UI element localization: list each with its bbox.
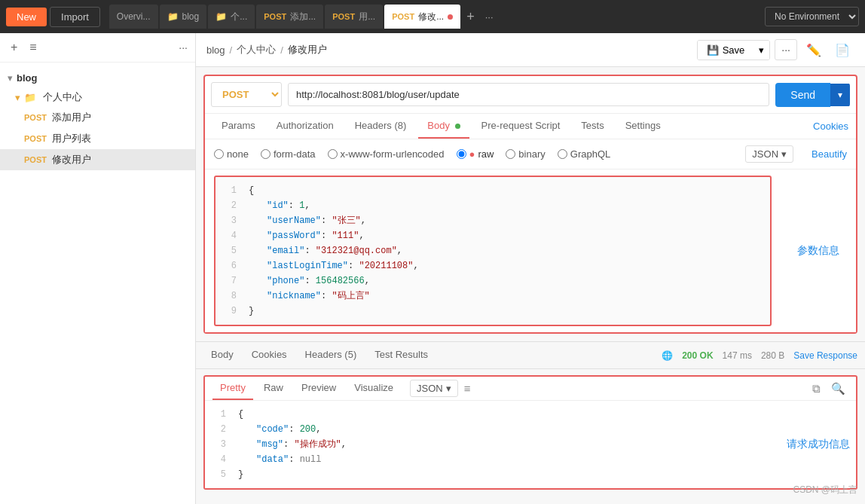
option-none[interactable]: none [214,148,249,160]
method-label: POST [392,12,414,21]
unsaved-dot [448,14,453,20]
status-ok-label: 200 OK [682,350,713,361]
method-label: POST [332,12,355,21]
format-select[interactable]: JSON ▾ [745,145,793,163]
more-tabs-button[interactable]: ··· [481,11,498,23]
tab-authorization[interactable]: Authorization [267,114,343,139]
option-raw[interactable]: ● raw [457,148,494,160]
tab-blog[interactable]: 📁 blog [160,5,207,29]
option-graphql[interactable]: GraphQL [558,148,610,160]
watermark: CSDN @码上言 [793,484,857,496]
docs-icon-button[interactable]: 📄 [830,40,854,60]
chevron-down-icon: ▾ [446,383,451,394]
resp-tab-cookies[interactable]: Cookies [244,345,295,365]
request-name: 添加用户 [52,111,91,124]
add-tab-button[interactable]: + [462,9,479,25]
request-tabs-row: Params Authorization Headers (8) Body Pr… [205,114,856,139]
chevron-down-icon: ▾ [781,148,787,160]
tab-body[interactable]: Body [418,114,469,139]
resp-line-4: 4 "data": null [205,452,781,467]
code-line-2: 2 "id": 1, [215,198,770,213]
code-editor[interactable]: 1 { 2 "id": 1, 3 "userName": "张三", 4 [214,176,772,326]
tab-label: 修改... [418,11,444,23]
new-button[interactable]: New [6,8,47,26]
resp-body-tab-pretty[interactable]: Pretty [212,377,253,400]
cookies-link[interactable]: Cookies [813,121,848,132]
code-editor-wrapper: 1 { 2 "id": 1, 3 "userName": "张三", 4 [205,170,781,332]
save-dropdown-button[interactable]: ▾ [753,41,769,60]
format-label: JSON [752,148,778,160]
tab-add-user[interactable]: POST 添加... [256,5,323,29]
response-body-wrapper: 1 { 2 "code": 200, 3 "msg": "操作成功", 4 [205,401,856,488]
copy-response-button[interactable]: ⧉ [809,379,824,399]
more-options-button[interactable]: ··· [775,39,797,60]
sidebar-more-button[interactable]: ··· [179,41,188,53]
resp-body-tab-raw[interactable]: Raw [256,377,291,400]
request-url-row: POST GET PUT DELETE Send ▾ [205,76,856,114]
send-dropdown-button[interactable]: ▾ [830,84,850,106]
resp-line-5: 5 } [205,467,781,482]
search-response-button[interactable]: 🔍 [828,379,848,399]
tab-user-list[interactable]: POST 用... [325,5,383,29]
save-main-button[interactable]: 💾 Save [698,41,754,60]
tab-label: 用... [359,11,375,23]
environment-select[interactable]: No Environment [765,7,859,26]
tab-personal[interactable]: 📁 个... [208,5,255,29]
folder-icon-symbol: 📁 [24,92,36,103]
tab-params[interactable]: Params [212,114,264,139]
breadcrumb-blog: blog [206,44,225,56]
method-label: POST [264,12,286,21]
resp-tab-test-results[interactable]: Test Results [367,345,436,365]
tab-update-user[interactable]: POST 修改... [384,5,460,29]
sidebar-filter-button[interactable]: ≡ [26,39,39,56]
save-response-button[interactable]: Save Response [793,350,857,361]
option-binary[interactable]: binary [506,148,545,160]
params-info-label: 参数信息 [797,244,839,258]
tab-prerequest[interactable]: Pre-request Script [472,114,570,139]
content-area: blog / 个人中心 / 修改用户 💾 Save ▾ ··· ✏️ 📄 [196,33,865,504]
top-bar: New Import Overvi... 📁 blog 📁 个... POST … [0,0,865,33]
method-label: POST [24,155,48,164]
request-update-user[interactable]: POST 修改用户 ··· [0,149,195,170]
chevron-down-icon: ▾ [15,92,20,103]
code-line-5: 5 "email": "312321@qq.com", [215,243,770,258]
resp-body-tab-visualize[interactable]: Visualize [347,377,401,400]
response-success-label-section: 请求成功信息 [781,401,856,488]
request-body-wrapper: 1 { 2 "id": 1, 3 "userName": "张三", 4 [205,170,856,332]
response-action-buttons: ⧉ 🔍 [809,379,848,399]
request-user-list[interactable]: POST 用户列表 ··· [0,128,195,149]
save-button-group: 💾 Save ▾ [697,40,771,60]
tab-tests[interactable]: Tests [572,114,613,139]
url-input[interactable] [288,83,769,106]
main-layout: + ≡ ··· ▾ blog ··· ▾ 📁 个人中心 ··· POST 添加用… [0,33,865,504]
edit-icon-button[interactable]: ✏️ [802,40,826,60]
request-section: POST GET PUT DELETE Send ▾ Params Author… [203,75,857,334]
request-add-user[interactable]: POST 添加用户 ··· [0,107,195,128]
save-icon: 💾 [707,44,719,56]
tab-overview[interactable]: Overvi... [109,5,158,29]
collection-blog[interactable]: ▾ blog ··· [0,69,195,87]
response-filter-button[interactable]: ≡ [461,379,474,398]
tab-settings[interactable]: Settings [616,114,670,139]
send-main-button[interactable]: Send [775,83,830,107]
response-format-select[interactable]: JSON ▾ [410,380,458,397]
method-select[interactable]: POST GET PUT DELETE [211,82,282,107]
breadcrumb-personal: 个人中心 [237,43,276,57]
collection-name: blog [17,72,37,84]
tabs-bar: Overvi... 📁 blog 📁 个... POST 添加... POST … [109,5,762,29]
resp-line-2: 2 "code": 200, [205,422,781,437]
add-collection-button[interactable]: + [8,39,20,56]
option-urlencoded[interactable]: x-www-form-urlencoded [328,148,445,160]
resp-body-tab-preview[interactable]: Preview [294,377,344,400]
tab-label: blog [182,11,200,22]
chevron-down-icon: ▾ [8,72,13,84]
option-form-data[interactable]: form-data [261,148,316,160]
beautify-button[interactable]: Beautify [812,148,847,160]
resp-tab-body[interactable]: Body [203,345,241,365]
response-code-area: 1 { 2 "code": 200, 3 "msg": "操作成功", 4 [205,401,781,488]
resp-tab-headers[interactable]: Headers (5) [298,345,365,365]
sidebar-toolbar: + ≡ ··· [0,33,195,63]
import-button[interactable]: Import [50,7,100,27]
tab-headers[interactable]: Headers (8) [346,114,416,139]
folder-personal-center[interactable]: ▾ 📁 个人中心 ··· [0,87,195,107]
